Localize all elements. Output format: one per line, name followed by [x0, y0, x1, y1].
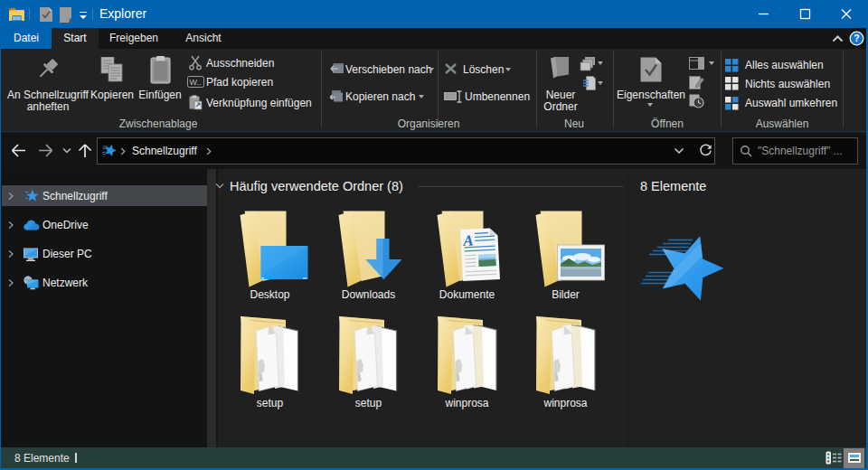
svg-text:?: ?	[854, 33, 859, 43]
svg-text:W..: W..	[190, 78, 202, 87]
